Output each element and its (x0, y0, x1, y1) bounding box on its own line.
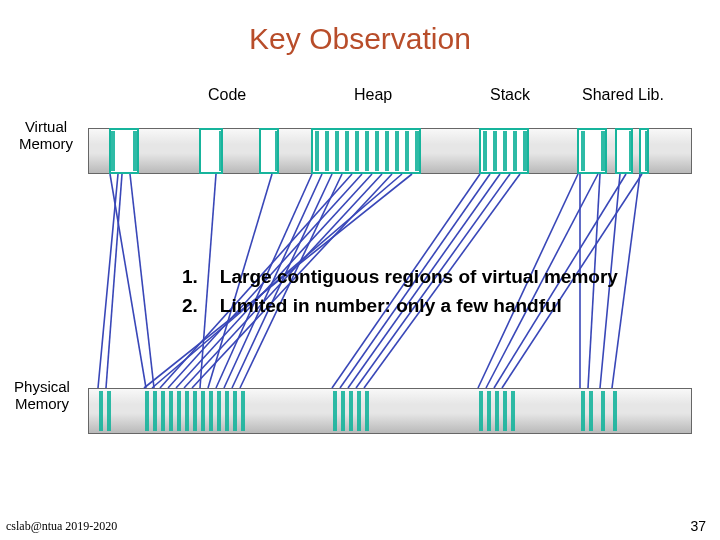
virtual-page (325, 131, 329, 171)
obs-text-1: Large contiguous regions of virtual memo… (220, 262, 618, 291)
physical-page (217, 391, 221, 431)
virtual-page (365, 131, 369, 171)
virtual-page (415, 131, 419, 171)
label-shared-lib: Shared Lib. (582, 86, 664, 104)
virtual-memory-bar (88, 128, 692, 174)
virtual-page (219, 131, 223, 171)
physical-page (487, 391, 491, 431)
physical-page (145, 391, 149, 431)
virtual-page (395, 131, 399, 171)
physical-page (99, 391, 103, 431)
physical-page (241, 391, 245, 431)
virtual-page (503, 131, 507, 171)
footer-credit: cslab@ntua 2019-2020 (6, 519, 117, 534)
label-code: Code (208, 86, 246, 104)
physical-page (201, 391, 205, 431)
physical-memory-bar (88, 388, 692, 434)
virtual-region-code (109, 128, 139, 174)
virtual-page (275, 131, 279, 171)
virtual-page (523, 131, 527, 171)
physical-page (233, 391, 237, 431)
slide-number: 37 (690, 518, 706, 534)
observation-list: 1. Large contiguous regions of virtual m… (182, 262, 618, 321)
virtual-page (493, 131, 497, 171)
virtual-page (345, 131, 349, 171)
physical-page (495, 391, 499, 431)
virtual-page (355, 131, 359, 171)
physical-page (511, 391, 515, 431)
virtual-page (601, 131, 605, 171)
virtual-page (513, 131, 517, 171)
obs-num-1: 1. (182, 262, 198, 291)
virtual-page (645, 131, 649, 171)
virtual-page (315, 131, 319, 171)
virtual-region-heap-main (311, 128, 421, 174)
virtual-region-shlib-c (639, 128, 649, 174)
virtual-page (111, 131, 115, 171)
physical-page (169, 391, 173, 431)
virtual-page (375, 131, 379, 171)
virtual-page (405, 131, 409, 171)
physical-page (161, 391, 165, 431)
physical-page (185, 391, 189, 431)
physical-page (589, 391, 593, 431)
mapping-line (106, 174, 122, 388)
virtual-region-heap-b (259, 128, 279, 174)
physical-page (503, 391, 507, 431)
mapping-line (110, 174, 146, 388)
label-virtual-memory: VirtualMemory (6, 118, 86, 153)
physical-page (341, 391, 345, 431)
virtual-region-shlib-a (577, 128, 607, 174)
mapping-line (98, 174, 118, 388)
virtual-page (133, 131, 137, 171)
physical-page (365, 391, 369, 431)
label-physical-memory: PhysicalMemory (2, 378, 82, 413)
obs-num-2: 2. (182, 291, 198, 320)
mapping-line (130, 174, 154, 388)
physical-page (225, 391, 229, 431)
label-heap: Heap (354, 86, 392, 104)
physical-page (193, 391, 197, 431)
virtual-region-shlib-b (615, 128, 633, 174)
physical-page (479, 391, 483, 431)
physical-page (357, 391, 361, 431)
virtual-page (335, 131, 339, 171)
physical-page (177, 391, 181, 431)
virtual-page (629, 131, 633, 171)
physical-page (209, 391, 213, 431)
slide-title: Key Observation (0, 22, 720, 56)
physical-page (601, 391, 605, 431)
physical-page (107, 391, 111, 431)
physical-page (153, 391, 157, 431)
physical-page (333, 391, 337, 431)
virtual-region-stack (479, 128, 529, 174)
virtual-region-heap-a (199, 128, 223, 174)
physical-page (613, 391, 617, 431)
label-stack: Stack (490, 86, 530, 104)
virtual-page (483, 131, 487, 171)
obs-text-2: Limited in number: only a few handful (220, 291, 562, 320)
virtual-page (385, 131, 389, 171)
physical-page (349, 391, 353, 431)
virtual-page (581, 131, 585, 171)
physical-page (581, 391, 585, 431)
